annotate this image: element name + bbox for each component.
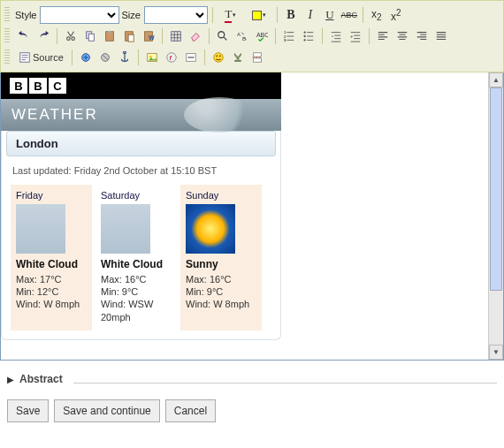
last-updated: Last updated: Friday 2nd October at 15:1… — [7, 165, 275, 185]
find-button[interactable] — [214, 27, 232, 45]
globe-icon — [184, 97, 255, 133]
weather-title: WEATHER — [11, 106, 98, 123]
bbc-letter: B — [29, 78, 47, 94]
weather-header: WEATHER — [1, 99, 281, 131]
smiley-button[interactable] — [210, 49, 227, 66]
svg-rect-3 — [108, 31, 111, 34]
separator — [363, 7, 363, 23]
day-name: Friday — [16, 190, 87, 201]
table-button[interactable] — [167, 27, 185, 45]
text-color-button[interactable]: T▾ — [218, 6, 244, 24]
editor-content-area[interactable]: B B C WEATHER London Last updated: Frida… — [0, 72, 504, 361]
separator — [209, 28, 210, 44]
bg-color-button[interactable]: ▾ — [246, 6, 272, 24]
svg-text:ABC: ABC — [256, 32, 268, 38]
separator — [204, 49, 205, 65]
save-button[interactable]: Save — [7, 399, 49, 422]
day-name: Saturday — [101, 190, 172, 201]
paste-text-button[interactable] — [120, 27, 138, 45]
svg-text:W: W — [149, 34, 155, 41]
separator — [277, 7, 278, 23]
align-center-button[interactable] — [393, 27, 411, 45]
replace-button[interactable]: AB — [233, 27, 251, 45]
unlink-button[interactable] — [96, 49, 114, 66]
eraser-button[interactable] — [187, 27, 204, 45]
ul-button[interactable] — [300, 27, 317, 45]
size-select[interactable] — [144, 6, 208, 24]
flash-button[interactable]: f — [163, 49, 180, 66]
location-bar: London — [6, 131, 276, 156]
svg-rect-30 — [253, 53, 261, 57]
anchor-button[interactable] — [116, 49, 134, 66]
bbc-brand-bar: B B C — [1, 72, 281, 99]
scroll-down-button[interactable]: ▼ — [489, 345, 503, 360]
svg-text:A: A — [237, 31, 241, 37]
scroll-thumb[interactable] — [490, 87, 502, 291]
style-label: Style — [15, 10, 36, 20]
wind: Wind: W 8mph — [16, 298, 87, 310]
redo-button[interactable] — [34, 27, 52, 45]
cloud-icon — [101, 204, 150, 254]
svg-point-9 — [218, 32, 225, 38]
outdent-button[interactable] — [327, 27, 345, 45]
condition: Sunny — [186, 259, 256, 271]
svg-point-27 — [214, 53, 224, 63]
wind: Wind: WSW 20mph — [101, 298, 172, 323]
scroll-up-button[interactable]: ▲ — [489, 72, 503, 87]
italic-button[interactable]: I — [302, 6, 319, 24]
subscript-button[interactable]: x2 — [368, 6, 386, 24]
copy-button[interactable] — [81, 27, 99, 45]
collapse-triangle-icon: ▶ — [7, 375, 14, 384]
abstract-section-header[interactable]: ▶ Abstract — [0, 361, 504, 391]
undo-button[interactable] — [15, 27, 33, 45]
ol-button[interactable]: 123 — [280, 27, 298, 45]
separator — [212, 7, 213, 23]
cut-button[interactable] — [62, 27, 80, 45]
align-left-button[interactable] — [374, 27, 392, 45]
editor-toolbar: Style Size T▾ ▾ B I U ABC x2 x2 W AB ABC… — [0, 0, 504, 72]
image-button[interactable] — [143, 49, 161, 66]
separator — [57, 28, 57, 44]
max-temp: Max: 17°C — [16, 273, 87, 285]
separator — [162, 28, 163, 44]
sun-icon — [186, 204, 235, 254]
align-right-button[interactable] — [413, 27, 431, 45]
toolbar-grip — [4, 49, 10, 65]
svg-point-24 — [167, 53, 177, 63]
forecast-day: Friday White Cloud Max: 17°C Min: 12°C W… — [11, 185, 92, 330]
min-temp: Min: 12°C — [16, 285, 87, 298]
align-justify-button[interactable] — [432, 27, 450, 45]
separator — [369, 28, 370, 44]
hr-button[interactable] — [182, 49, 200, 66]
source-button[interactable]: Source — [15, 49, 67, 66]
min-temp: Min: 9°C — [101, 285, 172, 298]
max-temp: Max: 16°C — [101, 273, 172, 285]
svg-rect-31 — [253, 58, 261, 62]
superscript-button[interactable]: x2 — [387, 6, 405, 24]
svg-point-28 — [216, 55, 218, 57]
toolbar-row-2: W AB ABC 123 — [4, 26, 500, 47]
content-inner: B B C WEATHER London Last updated: Frida… — [1, 72, 488, 360]
separator — [322, 28, 323, 44]
forecast-day: Saturday White Cloud Max: 16°C Min: 9°C … — [95, 185, 177, 330]
paste-button[interactable] — [101, 27, 118, 45]
bold-button[interactable]: B — [282, 6, 300, 24]
save-continue-button[interactable]: Save and continue — [54, 399, 159, 422]
paste-word-button[interactable]: W — [140, 27, 157, 45]
underline-button[interactable]: U — [321, 6, 339, 24]
spellcheck-button[interactable]: ABC — [253, 27, 271, 45]
cloud-icon — [16, 204, 65, 254]
link-button[interactable] — [77, 49, 95, 66]
toolbar-row-1: Style Size T▾ ▾ B I U ABC x2 x2 — [4, 4, 500, 26]
page-break-button[interactable] — [248, 49, 266, 66]
cancel-button[interactable]: Cancel — [165, 399, 216, 422]
svg-rect-1 — [88, 34, 94, 41]
separator — [275, 28, 276, 44]
bbc-letter: B — [10, 78, 27, 94]
special-char-button[interactable] — [229, 49, 247, 66]
style-select[interactable] — [40, 6, 119, 24]
indent-button[interactable] — [347, 27, 364, 45]
bbc-letter: C — [49, 78, 66, 94]
strike-button[interactable]: ABC — [340, 6, 358, 24]
vertical-scrollbar[interactable]: ▲ ▼ — [488, 72, 503, 360]
